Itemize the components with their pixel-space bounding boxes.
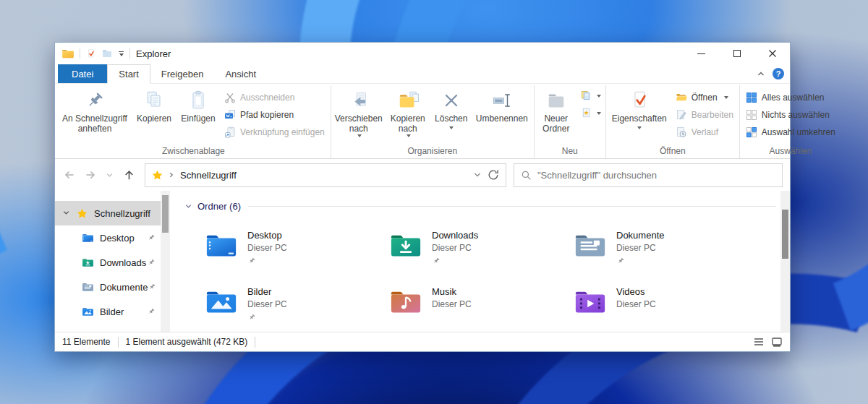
sidebar-item-downloads[interactable]: Downloads <box>55 250 161 275</box>
folder-tile-pictures[interactable]: Bilder Dieser PC <box>205 285 389 339</box>
select-all-icon <box>746 92 757 103</box>
group-header[interactable]: Ordner (6) <box>184 201 780 212</box>
sidebar-scrollbar-thumb[interactable] <box>162 195 169 233</box>
cut-button[interactable]: Ausschneiden <box>224 91 325 103</box>
search-box[interactable] <box>514 163 783 187</box>
content-scrollbar-thumb[interactable] <box>782 210 788 259</box>
back-button[interactable] <box>64 169 75 181</box>
paste-shortcut-button[interactable]: Verknüpfung einfügen <box>224 126 325 138</box>
maximize-button[interactable] <box>719 43 754 64</box>
address-dropdown-chevron-icon[interactable] <box>473 171 482 179</box>
copy-to-button[interactable]: Kopieren nach <box>385 85 431 137</box>
edit-button[interactable]: Bearbeiten <box>676 108 733 121</box>
dropdown-caret-icon <box>597 95 601 98</box>
folder-pictures-icon <box>205 288 238 317</box>
copy-path-button[interactable]: Pfad kopieren <box>224 108 325 121</box>
tab-share[interactable]: Freigeben <box>150 64 215 83</box>
move-to-label: Verschieben nach <box>335 114 383 134</box>
recent-locations-chevron-icon[interactable] <box>106 171 114 179</box>
open-button[interactable]: Öffnen <box>676 91 733 103</box>
select-none-button[interactable]: Nichts auswählen <box>746 108 835 121</box>
rename-button[interactable]: Umbenennen <box>472 85 532 124</box>
invert-selection-button[interactable]: Auswahl umkehren <box>746 126 835 138</box>
tab-view[interactable]: Ansicht <box>214 64 267 83</box>
copy-path-icon <box>224 109 236 121</box>
dropdown-caret-icon <box>407 134 411 137</box>
move-to-button[interactable]: Verschieben nach <box>333 85 385 137</box>
folder-name: Dokumente <box>616 230 664 241</box>
customize-quick-access-dropdown[interactable] <box>118 51 124 56</box>
properties-icon <box>629 90 650 111</box>
pin-to-quick-access-button[interactable]: An Schnellzugriff anheften <box>58 85 132 134</box>
breadcrumb-location[interactable]: Schnellzugriff <box>180 170 237 181</box>
move-to-icon <box>348 90 370 111</box>
address-bar[interactable]: Schnellzugriff <box>145 163 506 187</box>
collapse-ribbon-chevron-icon[interactable] <box>757 69 765 78</box>
copy-button[interactable]: Kopieren <box>132 85 176 124</box>
folder-name: Videos <box>616 286 645 297</box>
close-button[interactable] <box>754 43 790 64</box>
clipboard-group-label: Zwischenablage <box>58 145 329 158</box>
maximize-icon <box>733 50 741 57</box>
new-folder-button[interactable]: Neuer Ordner <box>536 85 576 134</box>
ribbon-group-organize: Verschieben nach Kopieren nach Löschen U… <box>331 85 535 158</box>
select-all-button[interactable]: Alles auswählen <box>746 91 835 103</box>
minimize-button[interactable] <box>684 43 719 64</box>
large-icons-view-icon[interactable] <box>771 336 783 348</box>
sidebar-scrollbar[interactable] <box>161 191 170 332</box>
folder-tile-documents[interactable]: Dokumente Dieser PC <box>574 229 758 283</box>
edit-label: Bearbeiten <box>692 110 733 120</box>
copy-label: Kopieren <box>137 114 171 124</box>
help-button[interactable]: ? <box>773 68 784 79</box>
search-icon <box>521 170 532 181</box>
breadcrumb-chevron-icon[interactable] <box>168 171 175 179</box>
history-button[interactable]: Verlauf <box>676 126 733 138</box>
folder-documents-icon <box>82 282 94 293</box>
new-folder-quick-icon[interactable] <box>101 48 113 59</box>
folder-tile-videos[interactable]: Videos Dieser PC <box>574 285 758 339</box>
sidebar-item-pictures[interactable]: Bilder <box>55 299 161 324</box>
easy-access-button[interactable] <box>581 108 601 119</box>
details-view-icon[interactable] <box>753 336 765 348</box>
folder-name: Desktop <box>247 230 282 241</box>
status-bar: 11 Elemente 1 Element ausgewählt (472 KB… <box>55 332 790 351</box>
minimize-icon <box>697 53 705 54</box>
delete-icon <box>441 90 462 111</box>
properties-button[interactable]: Eigenschaften <box>608 85 671 129</box>
refresh-icon[interactable] <box>487 168 500 181</box>
new-item-button[interactable] <box>581 90 601 101</box>
folder-pictures-icon <box>82 306 94 317</box>
new-folder-icon <box>545 90 567 111</box>
sidebar-item-quick-access[interactable]: Schnellzugriff <box>55 201 161 225</box>
open-label: Öffnen <box>692 93 718 103</box>
delete-button[interactable]: Löschen <box>431 85 472 129</box>
paste-button[interactable]: Einfügen <box>176 85 220 124</box>
sidebar-item-documents[interactable]: Dokumente <box>55 275 161 299</box>
folder-location: Dieser PC <box>432 243 472 253</box>
rename-label: Umbenennen <box>476 114 528 124</box>
copy-icon <box>143 90 165 111</box>
copy-to-label: Kopieren nach <box>388 114 428 134</box>
folder-tile-downloads[interactable]: Downloads Dieser PC <box>389 229 574 283</box>
expand-chevron-icon[interactable] <box>62 209 70 217</box>
collapse-group-chevron-icon[interactable] <box>184 202 192 210</box>
folder-tile-desktop[interactable]: Desktop Dieser PC <box>205 229 389 283</box>
up-button[interactable] <box>123 169 135 181</box>
forward-button[interactable] <box>85 169 96 181</box>
sidebar-item-desktop[interactable]: Desktop <box>55 225 161 250</box>
tab-start[interactable]: Start <box>107 64 150 84</box>
main-area: Schnellzugriff Desktop Downloads Dokumen… <box>55 191 790 332</box>
content-scrollbar[interactable] <box>780 191 790 332</box>
folder-content-pane: Ordner (6) Desktop Dieser PC Downloads <box>170 191 780 332</box>
properties-quick-icon[interactable] <box>85 48 96 59</box>
folder-downloads-icon <box>82 257 94 268</box>
tab-file[interactable]: Datei <box>58 64 107 83</box>
folder-tile-music[interactable]: Musik Dieser PC <box>389 285 574 339</box>
pin-icon <box>432 257 441 265</box>
folder-desktop-icon <box>205 231 238 260</box>
quick-access-star-icon <box>152 170 163 181</box>
group-header-label: Ordner (6) <box>197 201 241 212</box>
search-input[interactable] <box>537 170 775 181</box>
sidebar-item-label: Bilder <box>100 306 124 317</box>
sidebar-item-label: Schnellzugriff <box>94 208 150 219</box>
